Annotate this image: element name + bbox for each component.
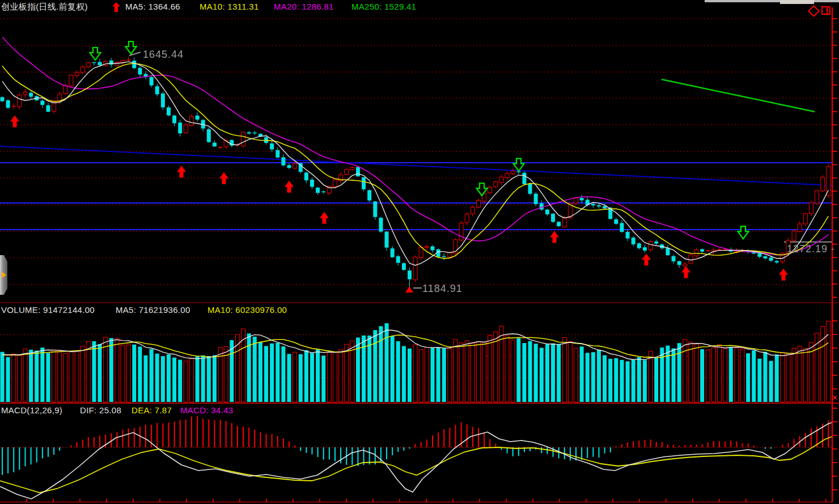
close-icon[interactable]: ✕ [832, 393, 838, 402]
low-price-label: 1184.91 [422, 283, 463, 295]
volume-ma5-value: MA5: 71621936.00 [116, 305, 190, 315]
last-price-label: 1272.19 - [787, 243, 835, 255]
ma20-value: MA20: 1286.81 [274, 2, 334, 11]
split-window-icon[interactable] [821, 6, 830, 15]
sidebar-expand-handle[interactable] [0, 255, 7, 295]
expand-triangle-icon [2, 272, 6, 278]
dea-value: DEA: 7.87 [132, 405, 172, 415]
symbol-title: 创业板指(日线.前复权) [1, 2, 88, 12]
macd-title: MACD(12,26,9) [1, 405, 62, 415]
trading-terminal: 创业板指(日线.前复权) MA5: 1364.66 MA10: 1311.31 … [0, 0, 839, 504]
dif-value: DIF: 25.08 [80, 405, 121, 415]
volume-ma10-value: MA10: 60230976.00 [207, 305, 287, 315]
high-price-label: 1645.44 [143, 49, 184, 61]
ma10-value: MA10: 1311.31 [200, 2, 259, 11]
ma5-value: MA5: 1364.66 [125, 2, 180, 11]
macd-value: MACD: 34.43 [180, 405, 233, 415]
ma250-value: MA250: 1529.41 [351, 2, 416, 11]
window-edge [705, 0, 839, 2]
window-edge-highlight [780, 0, 814, 4]
volume-value: VOLUME: 91472144.00 [1, 305, 95, 315]
chart-canvas [0, 0, 839, 504]
